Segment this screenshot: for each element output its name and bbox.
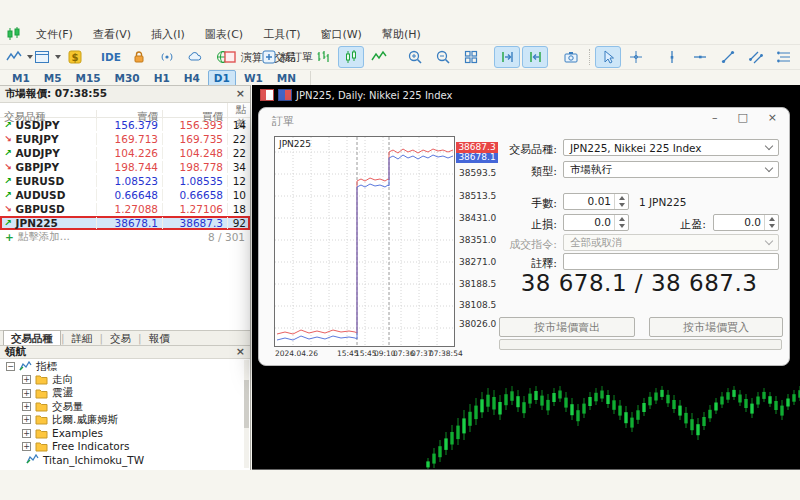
menu-charts[interactable]: 圖表(C): [195, 25, 253, 44]
zoom-in-button[interactable]: [402, 46, 428, 68]
expand-icon[interactable]: +: [22, 375, 31, 384]
chart-type-button[interactable]: [6, 46, 32, 68]
add-symbol-row[interactable]: + 點擊添加... 8 / 301: [0, 230, 250, 244]
symbol-row-eurusd[interactable]: ↗EURUSD1.085231.0853512: [0, 174, 250, 188]
navigator-close-icon[interactable]: ×: [236, 347, 245, 357]
symbol-row-audjpy[interactable]: ↗AUDJPY104.226104.24822: [0, 146, 250, 160]
tree-item--[interactable]: −指標: [0, 360, 244, 373]
timeframe-w1[interactable]: W1: [238, 70, 269, 87]
zoom-out-button[interactable]: [430, 46, 456, 68]
signals-button[interactable]: [154, 46, 180, 68]
menu-file[interactable]: 文件(F): [26, 25, 83, 44]
comment-input[interactable]: [563, 253, 779, 270]
expand-icon[interactable]: +: [22, 429, 31, 438]
take-profit-stepper[interactable]: 0.0: [713, 214, 779, 231]
collapse-icon[interactable]: −: [6, 362, 15, 371]
maximize-icon[interactable]: □: [737, 111, 747, 124]
tree-item--[interactable]: +比爾.威廉姆斯: [0, 413, 244, 426]
hline-icon: [692, 49, 708, 65]
spinner-arrows-icon[interactable]: [614, 194, 628, 209]
new-order-button[interactable]: 新訂單: [274, 46, 300, 68]
up-arrow-icon: ↗: [4, 177, 12, 186]
minimize-icon[interactable]: –: [712, 111, 718, 124]
stop-loss-stepper[interactable]: 0.0: [563, 214, 629, 231]
symbol-row-usdjpy[interactable]: ↗USDJPY156.379156.39314: [0, 118, 250, 132]
tab-trade[interactable]: 交易: [103, 332, 138, 345]
expand-icon[interactable]: +: [22, 402, 31, 411]
tree-item-titan_ichimoku_tw[interactable]: Titan_Ichimoku_TW: [0, 453, 244, 466]
menu-window[interactable]: 窗口(W): [310, 25, 371, 44]
channel-icon: [748, 49, 764, 65]
symbol-row-audusd[interactable]: ↗AUDUSD0.666480.6665810: [0, 188, 250, 202]
market-watch-title: 市場報價: 07:38:55: [5, 87, 107, 101]
symbol-row-gbpusd[interactable]: ↘GBPUSD1.270881.2710618: [0, 202, 250, 216]
expand-icon[interactable]: +: [22, 415, 31, 424]
dropdown-caret-icon: [27, 55, 33, 59]
ide-button[interactable]: IDE: [98, 46, 124, 68]
market-watch-tabs: 交易品種|詳細|交易|報價: [0, 330, 250, 345]
fibonacci-button[interactable]: [771, 46, 797, 68]
menu-bar: 文件(F)查看(V)插入(I)圖表(C)工具(T)窗口(W)幫助(H): [0, 24, 800, 44]
profiles-button[interactable]: [34, 46, 60, 68]
auto-scroll-button[interactable]: [494, 46, 520, 68]
folder-icon: [35, 414, 48, 425]
symbol-row-eurjpy[interactable]: ↘EURJPY169.713169.73522: [0, 132, 250, 146]
buy-by-market-button[interactable]: 按市場價買入: [649, 317, 783, 337]
timeframe-mn[interactable]: MN: [271, 70, 302, 87]
cloud-button[interactable]: [182, 46, 208, 68]
tab-details[interactable]: 詳細: [65, 332, 100, 345]
crosshair-button[interactable]: [623, 46, 649, 68]
tab-ticks[interactable]: 報價: [142, 332, 177, 345]
market-watch-close-icon[interactable]: ×: [236, 89, 245, 99]
tab-symbols[interactable]: 交易品種: [3, 330, 61, 345]
timeframe-h4[interactable]: H4: [178, 70, 206, 87]
plus-icon: +: [5, 231, 14, 243]
folder-icon: [35, 428, 48, 439]
tree-item-examples[interactable]: +Examples: [0, 426, 244, 439]
timeframe-m1[interactable]: M1: [6, 70, 36, 87]
close-icon[interactable]: ×: [768, 111, 777, 124]
spinner-arrows-icon[interactable]: [764, 215, 778, 230]
tile-windows-button[interactable]: [458, 46, 484, 68]
symbol-row-jpn225[interactable]: ↗JPN22538678.138687.392: [0, 216, 250, 230]
deposit-button[interactable]: $: [62, 46, 88, 68]
screenshot-button[interactable]: [558, 46, 584, 68]
symbol-row-gbpjpy[interactable]: ↘GBPJPY198.744198.77834: [0, 160, 250, 174]
horizontal-line-button[interactable]: [687, 46, 713, 68]
menu-insert[interactable]: 插入(I): [141, 25, 195, 44]
menu-help[interactable]: 幫助(H): [372, 25, 431, 44]
expand-icon[interactable]: +: [22, 389, 31, 398]
bar-chart-button[interactable]: [310, 46, 336, 68]
timeframe-m5[interactable]: M5: [38, 70, 68, 87]
type-label: 類型:: [469, 164, 557, 179]
symbol-select[interactable]: JPN225, Nikkei 225 Index: [563, 139, 779, 156]
channel-button[interactable]: [743, 46, 769, 68]
vertical-line-button[interactable]: [659, 46, 685, 68]
lock-button[interactable]: [126, 46, 152, 68]
line-chart-button[interactable]: [366, 46, 392, 68]
tree-item--[interactable]: +震盪: [0, 387, 244, 400]
spinner-arrows-icon[interactable]: [614, 215, 628, 230]
timeframe-d1[interactable]: D1: [208, 70, 236, 87]
timeframe-h1[interactable]: H1: [148, 70, 176, 87]
timeframe-m15[interactable]: M15: [70, 70, 107, 87]
order-dialog-title: 訂單: [272, 114, 294, 129]
tree-item--[interactable]: +交易量: [0, 400, 244, 413]
tree-item--[interactable]: +走向: [0, 373, 244, 386]
type-select[interactable]: 市場執行: [563, 161, 779, 178]
timeframe-m30[interactable]: M30: [109, 70, 146, 87]
expand-icon[interactable]: +: [22, 442, 31, 451]
volume-label: 手數:: [469, 196, 557, 211]
sell-by-market-button[interactable]: 按市場價賣出: [499, 317, 635, 337]
tree-item-free-indicators[interactable]: +Free Indicators: [0, 440, 244, 453]
candle-chart-button[interactable]: [338, 46, 364, 68]
navigator-scrollbar[interactable]: [244, 360, 249, 468]
volume-stepper[interactable]: 0.01: [563, 193, 629, 210]
chart-shift-button[interactable]: [522, 46, 548, 68]
menu-view[interactable]: 查看(V): [83, 25, 141, 44]
trendline-button[interactable]: [715, 46, 741, 68]
fibo-icon: [776, 49, 792, 65]
order-progress-bar: [499, 339, 782, 350]
menu-tools[interactable]: 工具(T): [253, 25, 310, 44]
cursor-button[interactable]: [595, 46, 621, 68]
